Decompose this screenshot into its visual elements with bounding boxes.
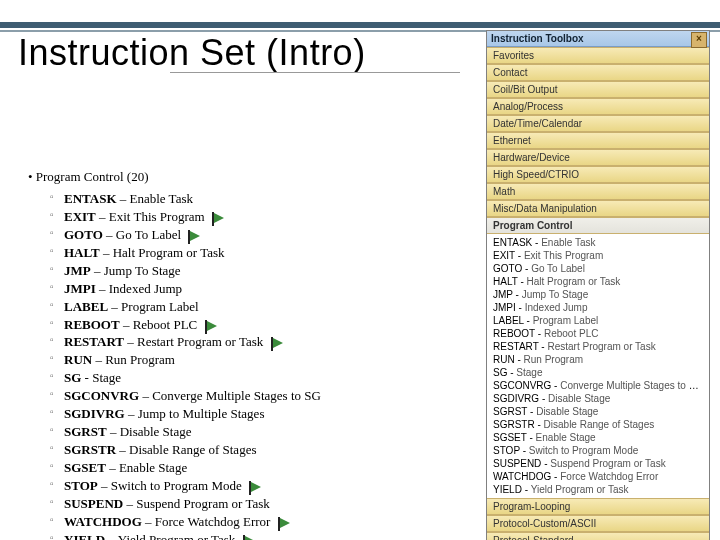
flag-icon: [251, 482, 261, 492]
list-item: JMP – Jump To Stage: [56, 262, 468, 280]
list-item: SUSPEND – Suspend Program or Task: [56, 495, 468, 513]
list-item: GOTO – Go To Label: [56, 226, 468, 244]
flag-icon: [207, 321, 217, 331]
toolbox-group[interactable]: Coil/Bit Output: [487, 81, 709, 98]
toolbox-group-open[interactable]: Program Control: [487, 217, 709, 234]
content-area: Program Control (20) ENTASK – Enable Tas…: [28, 168, 468, 540]
toolbox-row[interactable]: LABEL - Program Label: [487, 314, 709, 327]
toolbox-row[interactable]: STOP - Switch to Program Mode: [487, 444, 709, 457]
list-item: SGCONVRG – Converge Multiple Stages to S…: [56, 387, 468, 405]
rule-short: [170, 72, 460, 73]
toolbox-row[interactable]: SGDIVRG - Disable Stage: [487, 392, 709, 405]
toolbox-group[interactable]: Hardware/Device: [487, 149, 709, 166]
toolbox-row[interactable]: JMP - Jump To Stage: [487, 288, 709, 301]
rule-top: [0, 22, 720, 28]
toolbox-row[interactable]: SUSPEND - Suspend Program or Task: [487, 457, 709, 470]
toolbox-row[interactable]: JMPI - Indexed Jump: [487, 301, 709, 314]
toolbox-group[interactable]: High Speed/CTRIO: [487, 166, 709, 183]
toolbox-row[interactable]: SGRSTR - Disable Range of Stages: [487, 418, 709, 431]
list-item: SGDIVRG – Jump to Multiple Stages: [56, 405, 468, 423]
toolbox-row[interactable]: YIELD - Yield Program or Task: [487, 483, 709, 496]
list-item: RESTART – Restart Program or Task: [56, 333, 468, 351]
flag-icon: [280, 518, 290, 528]
list-item: SGRSTR – Disable Range of Stages: [56, 441, 468, 459]
toolbox-row[interactable]: RESTART - Restart Program or Task: [487, 340, 709, 353]
toolbox-titlebar: Instruction Toolbox ×: [487, 31, 709, 47]
flag-icon: [273, 338, 283, 348]
list-item: EXIT – Exit This Program: [56, 208, 468, 226]
flag-icon: [245, 536, 255, 540]
instruction-list: ENTASK – Enable TaskEXIT – Exit This Pro…: [56, 190, 468, 540]
toolbox-row[interactable]: SG - Stage: [487, 366, 709, 379]
list-lead: Program Control (20): [28, 168, 468, 186]
flag-icon: [190, 231, 200, 241]
list-item: ENTASK – Enable Task: [56, 190, 468, 208]
flag-icon: [214, 213, 224, 223]
page-title: Instruction Set (Intro): [18, 32, 366, 74]
list-item: SG - Stage: [56, 369, 468, 387]
toolbox-row[interactable]: SGCONVRG - Converge Multiple Stages to S…: [487, 379, 709, 392]
instruction-toolbox: Instruction Toolbox × FavoritesContactCo…: [486, 30, 710, 540]
toolbox-group[interactable]: Date/Time/Calendar: [487, 115, 709, 132]
list-item: YIELD – Yield Program or Task: [56, 531, 468, 540]
toolbox-title: Instruction Toolbox: [491, 33, 584, 44]
list-item: WATCHDOG – Force Watchdog Error: [56, 513, 468, 531]
toolbox-row[interactable]: ENTASK - Enable Task: [487, 236, 709, 249]
list-item: HALT – Halt Program or Task: [56, 244, 468, 262]
toolbox-group[interactable]: Misc/Data Manipulation: [487, 200, 709, 217]
toolbox-group[interactable]: Analog/Process: [487, 98, 709, 115]
toolbox-row[interactable]: REBOOT - Reboot PLC: [487, 327, 709, 340]
toolbox-row[interactable]: WATCHDOG - Force Watchdog Error: [487, 470, 709, 483]
toolbox-group[interactable]: Math: [487, 183, 709, 200]
list-item: RUN – Run Program: [56, 351, 468, 369]
toolbox-group[interactable]: Protocol-Standard: [487, 532, 709, 540]
toolbox-row[interactable]: SGSET - Enable Stage: [487, 431, 709, 444]
toolbox-group[interactable]: Program-Looping: [487, 498, 709, 515]
toolbox-rows: ENTASK - Enable TaskEXIT - Exit This Pro…: [487, 234, 709, 498]
list-item: JMPI – Indexed Jump: [56, 280, 468, 298]
list-item: REBOOT – Reboot PLC: [56, 316, 468, 334]
toolbox-row[interactable]: GOTO - Go To Label: [487, 262, 709, 275]
toolbox-group[interactable]: Contact: [487, 64, 709, 81]
toolbox-row[interactable]: SGRST - Disable Stage: [487, 405, 709, 418]
list-item: STOP – Switch to Program Mode: [56, 477, 468, 495]
toolbox-group[interactable]: Protocol-Custom/ASCII: [487, 515, 709, 532]
toolbox-row[interactable]: RUN - Run Program: [487, 353, 709, 366]
close-icon[interactable]: ×: [691, 32, 707, 48]
toolbox-group[interactable]: Ethernet: [487, 132, 709, 149]
list-item: LABEL – Program Label: [56, 298, 468, 316]
list-item: SGRST – Disable Stage: [56, 423, 468, 441]
toolbox-group[interactable]: Favorites: [487, 47, 709, 64]
toolbox-row[interactable]: EXIT - Exit This Program: [487, 249, 709, 262]
list-item: SGSET – Enable Stage: [56, 459, 468, 477]
toolbox-row[interactable]: HALT - Halt Program or Task: [487, 275, 709, 288]
